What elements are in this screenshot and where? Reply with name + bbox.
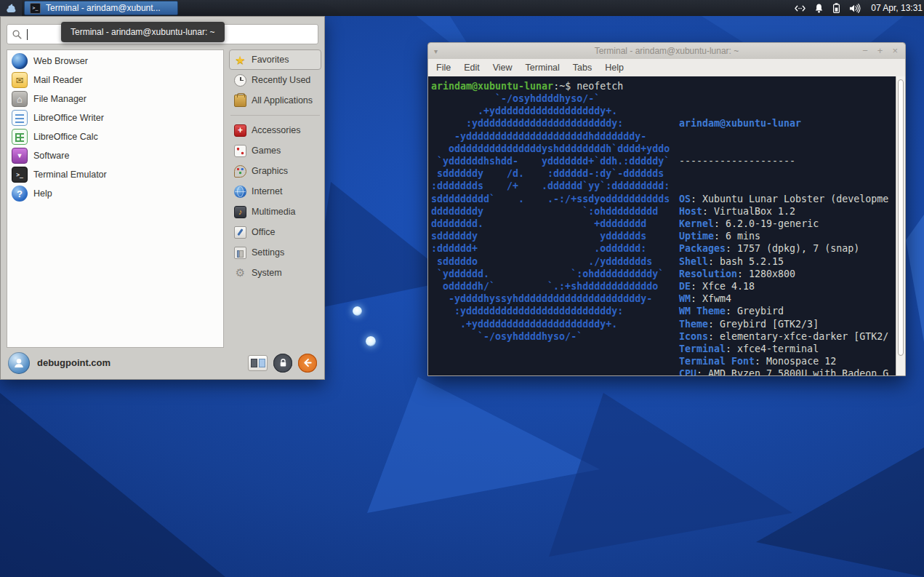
info-line-theme: Theme: Greybird [GTK2/3] [679, 318, 896, 330]
info-value: : 6.2.0-19-generic [714, 218, 819, 229]
terminal-titlebar[interactable]: ▾ Terminal - arindam@xubuntu-lunar: ~ − … [428, 43, 905, 59]
menu-category-games[interactable]: Games [229, 140, 321, 161]
info-line-icons: Icons: elementary-xfce-darker [GTK2/ [679, 330, 896, 343]
graphics-icon [234, 165, 246, 178]
wallpaper-dot [366, 336, 376, 346]
prompt-user-host: arindam@xubuntu-lunar [431, 81, 553, 92]
terminal-menu-file[interactable]: File [430, 63, 457, 73]
settings-icon [234, 247, 246, 259]
terminal-menu-tabs[interactable]: Tabs [566, 63, 598, 73]
info-label: Kernel [679, 218, 714, 229]
info-line-host: Host: VirtualBox 1.2 [679, 205, 896, 218]
menu-app-web-browser[interactable]: Web Browser [7, 52, 223, 71]
terminal-menu-view[interactable]: View [486, 63, 519, 73]
neofetch-ascii-logo: `-/osyhddddhyso/-` .+ydddddddddddddddddd… [431, 92, 670, 343]
battery-icon[interactable] [832, 2, 841, 14]
scrollbar-thumb[interactable] [898, 79, 904, 356]
menu-category-office[interactable]: Office [229, 222, 321, 242]
user-avatar[interactable] [8, 352, 30, 374]
info-label: Terminal [679, 343, 726, 354]
terminal-menu-edit[interactable]: Edit [457, 63, 486, 73]
menu-category-multimedia[interactable]: Multimedia [229, 202, 321, 222]
display-icon [251, 359, 257, 367]
clock[interactable]: 07 Apr, 13:31 [871, 3, 923, 13]
menu-category-all-applications[interactable]: All Applications [229, 90, 321, 111]
neofetch-info-separator: -------------------- [679, 155, 896, 167]
menu-category-system[interactable]: System [229, 263, 321, 283]
category-label: Graphics [252, 166, 288, 176]
menu-app-terminal-emulator[interactable]: Terminal Emulator [7, 165, 223, 184]
app-label: Web Browser [33, 56, 88, 66]
close-button[interactable]: × [892, 43, 898, 59]
info-value: : xfce4-terminal [726, 343, 819, 354]
info-value: : 6 mins [714, 231, 760, 242]
menu-app-file-manager[interactable]: File Manager [7, 89, 223, 108]
category-label: All Applications [252, 95, 313, 106]
info-value: : Monospace 12 [755, 356, 836, 367]
menu-app-software[interactable]: Software [7, 146, 223, 165]
info-value: : Greybird [726, 306, 784, 317]
menu-category-favorites[interactable]: Favorites [229, 49, 321, 70]
menu-category-accessories[interactable]: Accessories [229, 120, 321, 140]
back-arrow-icon [302, 357, 313, 368]
terminal-menu-help[interactable]: Help [598, 63, 630, 73]
info-label: Uptime [679, 231, 714, 242]
taskbar-button-terminal[interactable]: Terminal - arindam@xubunt... [24, 1, 178, 15]
terminal-content[interactable]: arindam@xubuntu-lunar:~$ neofetch `-/osy… [428, 76, 896, 375]
category-label: Internet [252, 186, 282, 196]
search-icon [12, 29, 23, 40]
taskbar-button-label: Terminal - arindam@xubunt... [46, 3, 161, 13]
menu-category-graphics[interactable]: Graphics [229, 161, 321, 181]
category-label: Multimedia [252, 207, 295, 217]
app-label: File Manager [33, 94, 87, 104]
window-menu-caret-icon[interactable]: ▾ [434, 47, 438, 55]
multimedia-icon [234, 206, 246, 218]
category-label: System [252, 268, 282, 278]
whisker-menu: Web BrowserMail ReaderFile ManagerLibreO… [0, 16, 325, 380]
internet-icon [234, 186, 246, 198]
info-line-terminal-font: Terminal Font: Monospace 12 [679, 355, 896, 367]
whisker-menu-button[interactable] [0, 0, 22, 16]
menu-app-mail-reader[interactable]: Mail Reader [7, 71, 223, 89]
wallpaper-dot [353, 306, 362, 316]
text-cursor [27, 29, 28, 40]
menu-category-recently-used[interactable]: Recently Used [229, 70, 321, 90]
app-label: Software [33, 151, 69, 161]
terminal-icon [12, 167, 28, 183]
info-value: : 1757 (dpkg), 7 (snap) [726, 243, 859, 254]
info-value: : bash 5.2.15 [708, 256, 784, 267]
software-icon [12, 148, 28, 164]
info-label: DE [679, 281, 691, 292]
menu-category-settings[interactable]: Settings [229, 242, 321, 263]
info-line-resolution: Resolution: 1280x800 [679, 268, 896, 280]
neofetch-info: arindam@xubuntu-lunar ------------------… [679, 92, 896, 375]
category-list: FavoritesRecently UsedAll ApplicationsAc… [229, 49, 321, 344]
apps-icon [234, 95, 246, 107]
log-out-button[interactable] [298, 354, 317, 373]
info-label: Icons [679, 331, 708, 342]
maximize-button[interactable]: + [877, 43, 883, 59]
terminal-menu-terminal[interactable]: Terminal [519, 63, 566, 73]
info-line-os: OS: Xubuntu Lunar Lobster (developme [679, 193, 896, 205]
volume-icon[interactable] [848, 3, 861, 14]
info-line-kernel: Kernel: 6.2.0-19-generic [679, 218, 896, 230]
menu-app-libreoffice-calc[interactable]: LibreOffice Calc [7, 127, 223, 146]
lock-screen-button[interactable] [273, 354, 292, 373]
menu-app-help[interactable]: Help [7, 184, 223, 203]
terminal-scrollbar[interactable] [896, 76, 905, 375]
terminal-window-title: Terminal - arindam@xubuntu-lunar: ~ [428, 46, 905, 56]
network-icon[interactable] [794, 3, 806, 14]
minimize-button[interactable]: − [862, 43, 868, 59]
calc-icon [12, 129, 28, 145]
writer-icon [12, 110, 28, 126]
app-label: Terminal Emulator [33, 170, 107, 180]
notifications-icon[interactable] [813, 3, 824, 14]
menu-footer: debugpoint.com [1, 346, 324, 379]
info-label: OS [679, 194, 691, 204]
prompt-command: $ neofetch [565, 81, 623, 92]
menu-category-internet[interactable]: Internet [229, 181, 321, 202]
info-line-de: DE: Xfce 4.18 [679, 280, 896, 293]
settings-button[interactable] [248, 355, 268, 371]
menu-app-libreoffice-writer[interactable]: LibreOffice Writer [7, 108, 223, 127]
person-icon [12, 357, 25, 370]
